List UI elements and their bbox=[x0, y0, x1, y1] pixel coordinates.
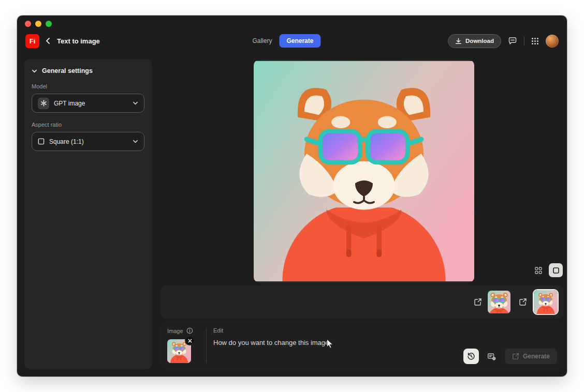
result-thumbnail-selected[interactable] bbox=[533, 289, 559, 315]
window-titlebar bbox=[17, 16, 567, 29]
header-divider bbox=[524, 37, 524, 46]
app-window: Fi Text to image Gallery Generate Downlo… bbox=[17, 16, 567, 376]
prompt-settings-button[interactable] bbox=[484, 349, 500, 364]
download-icon bbox=[455, 38, 462, 44]
prompt-composer: Image Edit bbox=[160, 322, 564, 370]
generated-image bbox=[254, 60, 474, 282]
download-label: Download bbox=[465, 38, 494, 44]
feedback-button[interactable] bbox=[508, 36, 517, 46]
traffic-lights bbox=[25, 21, 52, 27]
feedback-icon bbox=[508, 36, 517, 46]
back-chevron-icon bbox=[45, 37, 52, 44]
export-icon bbox=[474, 298, 482, 306]
settings-sidebar: General settings Model GPT image Aspect … bbox=[24, 59, 152, 369]
prompt-settings-icon bbox=[487, 352, 496, 361]
square-aspect-icon bbox=[38, 138, 45, 145]
close-window-button[interactable] bbox=[25, 21, 31, 27]
aspect-ratio-value: Square (1:1) bbox=[49, 138, 84, 145]
view-toggle bbox=[531, 263, 563, 277]
export-icon bbox=[512, 353, 519, 360]
result-item bbox=[472, 291, 510, 313]
aspect-ratio-label: Aspect ratio bbox=[32, 122, 144, 128]
export-button[interactable] bbox=[517, 296, 529, 308]
model-dropdown[interactable]: GPT image bbox=[32, 94, 144, 113]
general-settings-toggle[interactable]: General settings bbox=[32, 67, 144, 74]
header-right: Download bbox=[448, 34, 559, 48]
reference-image-wrap bbox=[167, 339, 191, 363]
model-label: Model bbox=[32, 83, 144, 89]
close-icon bbox=[188, 339, 192, 343]
zoom-window-button[interactable] bbox=[46, 21, 52, 27]
header-center: Gallery Generate bbox=[252, 34, 320, 48]
chevron-down-icon bbox=[32, 68, 37, 74]
export-icon bbox=[519, 298, 527, 306]
minimize-window-button[interactable] bbox=[35, 21, 41, 27]
composer-edit-section: Edit Generate bbox=[213, 327, 557, 364]
composer-divider bbox=[206, 328, 207, 363]
single-view-icon bbox=[552, 267, 560, 274]
aspect-ratio-dropdown[interactable]: Square (1:1) bbox=[32, 132, 144, 151]
edit-section-label: Edit bbox=[213, 327, 557, 334]
download-button[interactable]: Download bbox=[448, 34, 501, 48]
single-view-button[interactable] bbox=[549, 263, 563, 277]
info-button[interactable] bbox=[186, 327, 193, 334]
result-item-selected bbox=[517, 289, 559, 315]
page: Fi Text to image Gallery Generate Downlo… bbox=[0, 0, 584, 392]
image-section-label: Image bbox=[167, 328, 183, 334]
history-button[interactable] bbox=[463, 349, 479, 364]
back-button[interactable] bbox=[45, 37, 52, 44]
red-panda-illustration bbox=[254, 60, 474, 282]
history-icon bbox=[467, 352, 475, 360]
apps-grid-icon bbox=[531, 37, 539, 45]
apps-grid-button[interactable] bbox=[531, 37, 539, 45]
grid-view-button[interactable] bbox=[531, 263, 545, 277]
page-title: Text to image bbox=[57, 37, 100, 45]
generate-tab[interactable]: Generate bbox=[279, 34, 320, 48]
composer-actions: Generate bbox=[463, 349, 557, 364]
generate-button[interactable]: Generate bbox=[505, 349, 557, 364]
header-left: Fi Text to image bbox=[25, 34, 100, 48]
grid-view-icon bbox=[535, 267, 542, 274]
user-avatar[interactable] bbox=[546, 35, 559, 48]
app-header: Fi Text to image Gallery Generate Downlo… bbox=[17, 29, 567, 53]
results-carousel bbox=[160, 285, 564, 319]
gallery-tab[interactable]: Gallery bbox=[252, 37, 272, 44]
model-value: GPT image bbox=[54, 100, 85, 107]
prompt-input[interactable] bbox=[213, 339, 400, 346]
remove-image-button[interactable] bbox=[185, 336, 195, 345]
composer-image-section: Image bbox=[167, 327, 199, 364]
chevron-down-icon bbox=[133, 139, 138, 144]
export-button[interactable] bbox=[472, 296, 484, 308]
result-thumbnail[interactable] bbox=[488, 291, 510, 313]
chevron-down-icon bbox=[133, 100, 138, 106]
generate-button-label: Generate bbox=[523, 353, 550, 360]
openai-logo-icon bbox=[38, 98, 49, 109]
info-icon bbox=[186, 327, 193, 334]
firefly-logo: Fi bbox=[25, 34, 39, 48]
general-settings-label: General settings bbox=[42, 67, 93, 74]
